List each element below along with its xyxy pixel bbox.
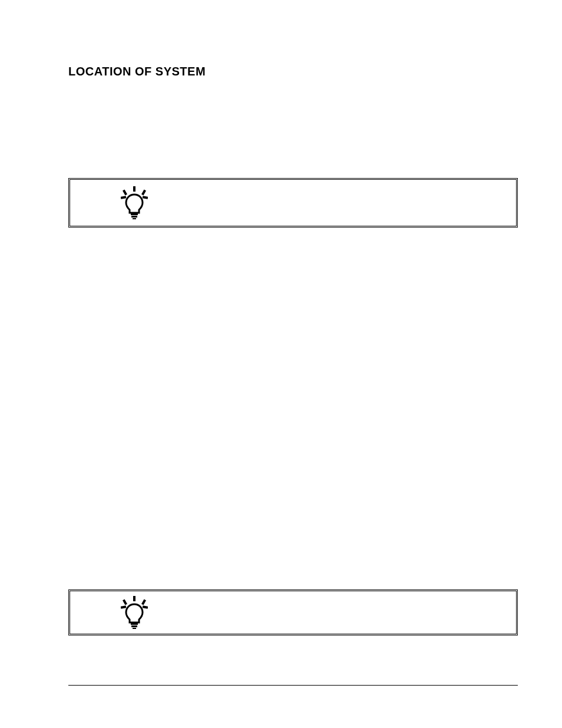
hint-box-bottom <box>68 589 518 635</box>
svg-rect-7 <box>133 218 136 219</box>
svg-rect-6 <box>131 216 137 218</box>
svg-rect-2 <box>141 190 146 196</box>
svg-rect-10 <box>141 599 146 605</box>
svg-rect-4 <box>143 196 148 199</box>
svg-rect-15 <box>133 628 136 629</box>
svg-rect-9 <box>123 599 127 605</box>
bulb-icon <box>116 594 153 631</box>
footer-divider <box>68 685 518 686</box>
svg-rect-14 <box>131 625 137 627</box>
svg-rect-12 <box>143 605 148 609</box>
svg-rect-8 <box>133 596 135 601</box>
svg-rect-11 <box>121 605 126 609</box>
svg-rect-3 <box>121 196 126 199</box>
svg-rect-0 <box>133 186 135 192</box>
svg-rect-5 <box>131 213 138 215</box>
hint-box-top <box>68 178 518 228</box>
svg-rect-1 <box>123 190 127 196</box>
page-title: LOCATION OF SYSTEM <box>68 65 206 78</box>
bulb-icon <box>116 185 153 221</box>
svg-rect-13 <box>131 623 138 625</box>
page: LOCATION OF SYSTEM <box>0 0 562 728</box>
